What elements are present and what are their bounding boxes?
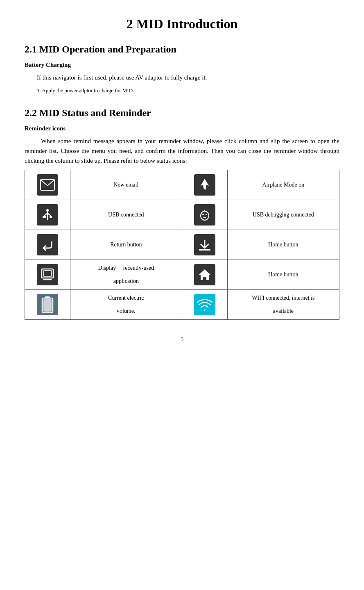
usb-icon bbox=[37, 204, 58, 226]
battery-icon-cell bbox=[25, 289, 70, 319]
svg-point-6 bbox=[46, 209, 49, 212]
svg-point-7 bbox=[201, 211, 209, 220]
download-icon-cell bbox=[182, 230, 227, 260]
section-1-para2: 1. Apply the power adptor to charge for … bbox=[25, 87, 339, 95]
svg-point-8 bbox=[202, 214, 204, 215]
recent-apps-label: Display recently-usedapplication bbox=[70, 260, 182, 289]
recent-apps-text: Display recently-usedapplication bbox=[98, 265, 154, 284]
svg-rect-11 bbox=[199, 249, 210, 251]
downloading-label: Home button bbox=[227, 230, 339, 260]
wifi-label: WIFI connected, internet isavailable bbox=[227, 289, 339, 319]
battery-icon bbox=[37, 294, 58, 315]
svg-point-9 bbox=[206, 214, 207, 215]
recent-apps-icon-cell bbox=[25, 260, 70, 289]
usb-debug-icon bbox=[194, 204, 215, 226]
battery-charging-heading: Battery Charging bbox=[25, 62, 339, 68]
battery-text: Current electricvolume. bbox=[108, 295, 144, 314]
return-icon bbox=[37, 234, 58, 255]
airplane-mode-label: Airplane Mode on bbox=[227, 170, 339, 200]
return-icon-cell bbox=[25, 230, 70, 260]
table-row: New email Airplane Mode on bbox=[25, 170, 339, 200]
home-icon-cell bbox=[182, 260, 227, 289]
download-icon bbox=[194, 234, 215, 255]
airplane-mode-icon-cell bbox=[182, 170, 227, 200]
wifi-icon bbox=[194, 294, 215, 315]
page-number: 5 bbox=[25, 336, 339, 343]
svg-rect-4 bbox=[43, 216, 46, 218]
usb-debug-icon-cell bbox=[182, 200, 227, 230]
wifi-icon-cell bbox=[182, 289, 227, 319]
section-1-para1: If this navigator is first used, please … bbox=[25, 73, 339, 82]
svg-rect-17 bbox=[43, 299, 52, 312]
wifi-text: WIFI connected, internet isavailable bbox=[252, 295, 314, 314]
table-row: Display recently-usedapplication Home bu… bbox=[25, 260, 339, 289]
home-button-label-visible: Home button bbox=[227, 260, 339, 289]
reminder-icons-heading: Reminder icons bbox=[25, 125, 339, 132]
table-row: Current electricvolume. WIFI connected, … bbox=[25, 289, 339, 319]
email-icon bbox=[37, 174, 58, 196]
table-row: USB connected USB debugging connected bbox=[25, 200, 339, 230]
section-2-para: When some remind message appears in your… bbox=[25, 136, 339, 166]
home-icon bbox=[194, 264, 215, 285]
icon-cell bbox=[25, 170, 70, 200]
page-title: 2 MID Introduction bbox=[25, 16, 339, 32]
usb-icon-cell bbox=[25, 200, 70, 230]
section-1-heading: 2.1 MID Operation and Preparation bbox=[25, 44, 339, 55]
icons-table: New email Airplane Mode on bbox=[25, 170, 339, 320]
usb-connected-label: USB connected bbox=[70, 200, 182, 230]
battery-label: Current electricvolume. bbox=[70, 289, 182, 319]
new-email-label: New email bbox=[70, 170, 182, 200]
airplane-mode-icon bbox=[194, 174, 215, 196]
section-2-heading: 2.2 MID Status and Reminder bbox=[25, 107, 339, 118]
section-2: 2.2 MID Status and Reminder Reminder ico… bbox=[25, 107, 339, 320]
svg-rect-13 bbox=[43, 271, 52, 276]
svg-point-5 bbox=[50, 216, 52, 218]
table-row: Return button Home button bbox=[25, 230, 339, 260]
section-1: 2.1 MID Operation and Preparation Batter… bbox=[25, 44, 339, 95]
return-button-label: Return button bbox=[70, 230, 182, 260]
usb-debug-label: USB debugging connected bbox=[227, 200, 339, 230]
recent-apps-icon bbox=[37, 264, 58, 285]
